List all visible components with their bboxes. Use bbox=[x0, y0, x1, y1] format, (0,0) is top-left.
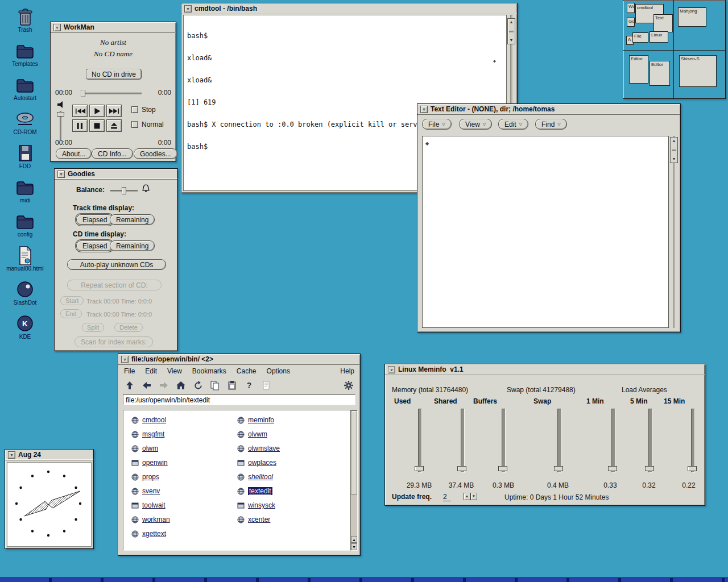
menu-edit[interactable]: Edit bbox=[145, 367, 157, 375]
scroll-down-arrow[interactable]: ▼ bbox=[672, 157, 676, 161]
pause-button[interactable] bbox=[72, 119, 88, 132]
scrollbar-thumb[interactable] bbox=[351, 410, 357, 494]
find-menu-button[interactable]: Find▽ bbox=[535, 119, 567, 130]
track-position-slider[interactable] bbox=[82, 93, 142, 94]
window-menu-button[interactable]: ▿ bbox=[8, 451, 15, 459]
file-name[interactable]: xcenter bbox=[248, 516, 270, 523]
file-menu-button[interactable]: File▽ bbox=[422, 119, 452, 130]
pager-mini-window[interactable]: Editor bbox=[650, 61, 670, 86]
pager-mini-window[interactable]: Editor bbox=[629, 55, 648, 84]
file-item[interactable]: olvwm bbox=[237, 430, 280, 438]
previous-track-button[interactable] bbox=[72, 105, 88, 117]
desktop-icon-fdd[interactable]: FDD bbox=[5, 143, 46, 169]
file-item[interactable]: olwmslave bbox=[237, 444, 280, 452]
help-button[interactable]: ? bbox=[243, 380, 255, 391]
eject-button[interactable] bbox=[106, 119, 122, 132]
desktop-icon-autostart[interactable]: Autostart bbox=[5, 75, 46, 101]
file-item[interactable]: olwm bbox=[131, 444, 170, 452]
stop-mode-checkbox[interactable] bbox=[131, 106, 138, 113]
clock-titlebar[interactable]: ▿ Aug 24 bbox=[5, 450, 93, 460]
window-menu-button[interactable]: ▿ bbox=[184, 5, 192, 13]
back-button[interactable] bbox=[141, 380, 152, 391]
cd-elapsed-button[interactable]: Elapsed bbox=[76, 240, 113, 251]
file-item[interactable]: xgettext bbox=[131, 530, 170, 538]
next-track-button[interactable] bbox=[106, 105, 122, 117]
menu-bookmarks[interactable]: Bookmarks bbox=[192, 367, 226, 375]
virtual-desktop-pager[interactable]: Wo Go A cmdtool Text File Linux Mahjong … bbox=[623, 0, 726, 99]
menu-cache[interactable]: Cache bbox=[237, 367, 257, 375]
desktop-icon-templates[interactable]: Templates bbox=[5, 41, 46, 67]
desktop-icon-manual[interactable]: manual00.html bbox=[5, 246, 46, 272]
up-button[interactable] bbox=[124, 380, 135, 391]
file-item[interactable]: toolwait bbox=[131, 501, 170, 509]
file-name[interactable]: winsysck bbox=[248, 501, 275, 509]
menu-options[interactable]: Options bbox=[267, 367, 290, 375]
file-item[interactable]: meminfo bbox=[237, 416, 280, 424]
meminfo-titlebar[interactable]: ▿ Linux Meminfo v1.1 bbox=[385, 364, 705, 375]
track-elapsed-button[interactable]: Elapsed bbox=[76, 214, 113, 225]
copy-button[interactable] bbox=[209, 380, 221, 391]
list-scrollbar[interactable]: ▲ ▼ bbox=[350, 410, 358, 551]
about-button[interactable]: About... bbox=[56, 148, 92, 159]
desktop-icon-config[interactable]: config bbox=[5, 211, 46, 238]
file-item[interactable]: shelltool bbox=[237, 473, 280, 481]
update-freq-spinner[interactable]: ▲▼ bbox=[464, 493, 477, 503]
desktop-icon-trash[interactable]: Trash bbox=[5, 7, 46, 33]
window-menu-button[interactable]: ▿ bbox=[57, 171, 65, 178]
file-name[interactable]: svenv bbox=[142, 487, 160, 495]
goodies-titlebar[interactable]: ▿ Goodies bbox=[55, 169, 177, 180]
pager-mini-window[interactable]: Shisen-S bbox=[679, 55, 717, 87]
pager-mini-window[interactable]: Text bbox=[653, 14, 673, 32]
stop-playback-button[interactable] bbox=[89, 119, 105, 132]
scroll-up-arrow[interactable]: ▲ bbox=[672, 139, 676, 143]
file-item[interactable]: cmdtool bbox=[131, 416, 170, 424]
menu-view[interactable]: View bbox=[167, 367, 182, 375]
scroll-grip[interactable] bbox=[672, 149, 676, 151]
cdinfo-button[interactable]: CD Info... bbox=[92, 148, 133, 159]
scroll-up-arrow[interactable]: ▲ bbox=[510, 20, 514, 24]
cd-remaining-button[interactable]: Remaining bbox=[110, 240, 155, 251]
update-freq-value[interactable]: 2 bbox=[443, 493, 451, 501]
autoplay-button[interactable]: Auto-play unknown CDs bbox=[67, 259, 166, 270]
pager-mini-window[interactable]: Mahjong bbox=[678, 7, 706, 27]
track-remaining-button[interactable]: Remaining bbox=[110, 214, 155, 225]
view-menu-button[interactable]: View▽ bbox=[459, 119, 492, 130]
file-name[interactable]: props bbox=[142, 473, 159, 481]
scroll-up-arrow[interactable]: ▲ bbox=[351, 536, 357, 543]
normal-mode-checkbox[interactable] bbox=[131, 121, 138, 128]
file-item[interactable]: workman bbox=[131, 516, 170, 523]
file-name[interactable]: cmdtool bbox=[142, 416, 166, 424]
file-name[interactable]: owplaces bbox=[248, 459, 276, 467]
file-item[interactable]: winsysck bbox=[237, 501, 280, 509]
edit-menu-button[interactable]: Edit▽ bbox=[498, 119, 528, 130]
file-name[interactable]: xgettext bbox=[142, 530, 166, 538]
play-button[interactable] bbox=[89, 105, 105, 117]
file-item[interactable]: svenv bbox=[131, 487, 170, 495]
pager-mini-window[interactable]: File bbox=[632, 32, 648, 43]
taskbar-edge[interactable] bbox=[0, 577, 728, 582]
text-edit-area[interactable]: ◆ bbox=[422, 136, 669, 328]
filemanager-titlebar[interactable]: ▿ file:/usr/openwin/bin/ <2> bbox=[118, 354, 360, 365]
file-item[interactable]: props bbox=[131, 473, 170, 481]
scroll-grip[interactable] bbox=[509, 31, 514, 32]
file-name[interactable]: olwm bbox=[142, 444, 158, 452]
texteditor-titlebar[interactable]: ▿ Text Editor - (NONE), dir; /home/tomas bbox=[417, 104, 680, 115]
window-menu-button[interactable]: ▿ bbox=[53, 24, 61, 31]
file-name[interactable]: msgfmt bbox=[142, 430, 164, 438]
spin-up-button[interactable]: ▲ bbox=[464, 493, 470, 500]
file-list[interactable]: cmdtool msgfmt olwm openwin props svenv … bbox=[123, 410, 351, 551]
desktop-icon-kde[interactable]: KDE bbox=[5, 314, 46, 340]
goodies-button[interactable]: Goodies... bbox=[134, 148, 177, 159]
volume-slider-handle[interactable] bbox=[57, 112, 64, 117]
home-button[interactable] bbox=[175, 380, 187, 391]
paste-button[interactable] bbox=[226, 380, 238, 391]
desktop-icon-cdrom[interactable]: CD-ROM bbox=[5, 109, 46, 135]
file-name[interactable]: workman bbox=[142, 516, 170, 523]
file-name[interactable]: toolwait bbox=[142, 501, 166, 509]
file-name[interactable]: meminfo bbox=[248, 416, 274, 424]
scrollbar-elevator[interactable]: ▲▼ bbox=[507, 18, 515, 44]
desktop-icon-midi[interactable]: midi bbox=[5, 177, 46, 203]
file-item-selected[interactable]: textedit bbox=[237, 487, 280, 495]
pager-mini-window[interactable]: Go bbox=[627, 18, 635, 27]
pager-mini-window[interactable]: Wo bbox=[627, 3, 635, 13]
